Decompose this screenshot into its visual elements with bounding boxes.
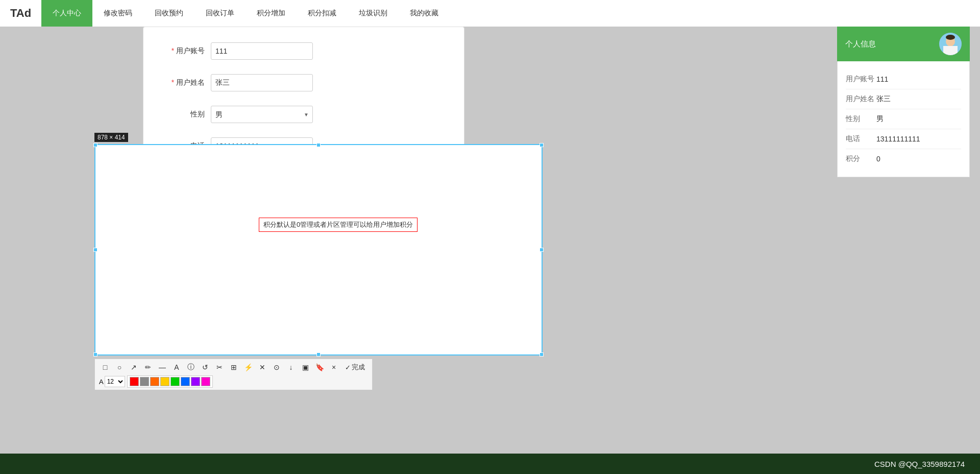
sidebar-key-gender: 性别 [846,114,876,124]
done-checkmark: ✓ [345,364,351,371]
color-blue[interactable] [181,377,190,386]
gender-row: 性别 男 女 [164,106,444,123]
tab-garbage-identify[interactable]: 垃圾识别 [348,0,399,27]
sidebar-row-account: 用户账号 111 [846,69,961,89]
sidebar-row-gender: 性别 男 [846,109,961,129]
footer-text: CSDN @QQ_3359892174 [874,460,965,468]
gender-label: 性别 [164,110,205,119]
footer: CSDN @QQ_3359892174 [0,454,980,474]
done-label: 完成 [352,363,365,372]
handle-mr[interactable] [540,248,544,252]
font-size-select[interactable]: 12 14 16 18 20 [105,376,125,387]
sidebar-row-phone: 电话 13111111111 [846,129,961,149]
tool-target[interactable]: ⊙ [271,361,283,373]
toolbar-tools-row: □ ○ ↗ ✏ — A ⓘ ↺ ✂ ⊞ ⚡ ✕ ⊙ ↓ ▣ 🔖 × ✓ 完成 [99,361,368,373]
top-nav: TAd 个人中心 修改密码 回收预约 回收订单 积分增加 积分扣减 垃圾识别 我… [0,0,980,27]
tab-score-add[interactable]: 积分增加 [246,0,297,27]
sidebar-row-name: 用户姓名 张三 [846,89,961,109]
annotation-text-box[interactable]: 积分默认是0管理或者片区管理可以给用户增加积分 [259,218,418,232]
handle-bm[interactable] [316,352,321,357]
sidebar-val-score: 0 [876,155,880,163]
sidebar-row-score: 积分 0 [846,149,961,169]
color-yellow[interactable] [160,377,169,386]
sidebar-val-account: 111 [876,75,888,83]
sidebar-val-gender: 男 [876,114,884,124]
tool-mosaic[interactable]: ⊞ [228,361,240,373]
brand-logo: TAd [0,7,41,20]
username-label: 用户账号 [164,46,205,56]
tool-copy[interactable]: ▣ [299,361,311,373]
tab-change-password[interactable]: 修改密码 [92,0,143,27]
tab-personal-center[interactable]: 个人中心 [41,0,92,27]
sidebar-avatar [939,33,962,55]
font-label: A [99,378,104,386]
font-size-control: A 12 14 16 18 20 [99,376,125,387]
gender-select[interactable]: 男 女 [211,106,313,123]
tool-pencil[interactable]: ✏ [142,361,154,373]
handle-ml[interactable] [93,248,97,252]
tool-info[interactable]: ⓘ [185,361,197,373]
sidebar-key-account: 用户账号 [846,75,876,84]
done-button[interactable]: ✓ 完成 [342,361,368,373]
sidebar-val-phone: 13111111111 [876,135,920,143]
handle-tl[interactable] [93,143,97,147]
svg-rect-10 [943,46,958,55]
handle-br[interactable] [540,352,544,357]
screenshot-overlay[interactable]: 积分默认是0管理或者片区管理可以给用户增加积分 □ ○ ↗ ✏ — A ⓘ ↺ … [94,144,543,356]
username-row: 用户账号 [164,42,444,60]
sidebar-val-name: 张三 [876,94,891,104]
tool-cut[interactable]: ✂ [213,361,226,373]
username-input[interactable] [211,42,313,60]
tab-recycle-order[interactable]: 回收订单 [194,0,246,27]
tool-download[interactable]: ↓ [285,361,297,373]
sidebar-key-phone: 电话 [846,134,876,144]
tool-arrow[interactable]: ↗ [128,361,140,373]
tool-line[interactable]: — [156,361,168,373]
sidebar: 个人信息 用户账号 111 用户姓名 张三 性别 男 [837,27,970,177]
tab-my-favorites[interactable]: 我的收藏 [399,0,450,27]
sidebar-title: 个人信息 [845,39,876,49]
name-label: 用户姓名 [164,78,205,87]
tool-close[interactable]: × [328,361,340,373]
tool-cross[interactable]: ✕ [256,361,268,373]
gender-select-wrapper: 男 女 [211,106,313,123]
tool-pin[interactable]: 🔖 [313,361,326,373]
sidebar-key-score: 积分 [846,154,876,163]
handle-bl[interactable] [93,352,97,357]
sidebar-content: 用户账号 111 用户姓名 张三 性别 男 电话 13111111111 积分 … [837,61,970,177]
toolbar-style-row: A 12 14 16 18 20 [99,375,368,388]
name-input[interactable] [211,74,313,91]
svg-point-9 [946,35,955,40]
tool-effect[interactable]: ⚡ [242,361,254,373]
main-area: 用户账号 用户姓名 性别 男 女 电话 积分 积分默 [0,27,980,461]
color-purple[interactable] [191,377,200,386]
color-green[interactable] [170,377,180,386]
nav-tabs: 个人中心 修改密码 回收预约 回收订单 积分增加 积分扣减 垃圾识别 我的收藏 [41,0,450,27]
tab-recycle-appointment[interactable]: 回收预约 [143,0,194,27]
tool-text[interactable]: A [170,361,183,373]
color-orange[interactable] [150,377,159,386]
handle-tr[interactable] [540,143,544,147]
tool-circle[interactable]: ○ [113,361,126,373]
name-row: 用户姓名 [164,74,444,91]
sidebar-key-name: 用户姓名 [846,94,876,104]
tab-score-deduct[interactable]: 积分扣减 [297,0,348,27]
annotation-toolbar: □ ○ ↗ ✏ — A ⓘ ↺ ✂ ⊞ ⚡ ✕ ⊙ ↓ ▣ 🔖 × ✓ 完成 [94,359,373,390]
sidebar-header: 个人信息 [837,27,970,61]
handle-tm[interactable] [316,143,321,147]
tool-rect[interactable]: □ [99,361,111,373]
color-palette [127,375,213,388]
tool-undo[interactable]: ↺ [199,361,211,373]
color-pink[interactable] [201,377,210,386]
color-red[interactable] [130,377,139,386]
color-gray[interactable] [140,377,149,386]
annotation-text: 积分默认是0管理或者片区管理可以给用户增加积分 [263,221,413,228]
